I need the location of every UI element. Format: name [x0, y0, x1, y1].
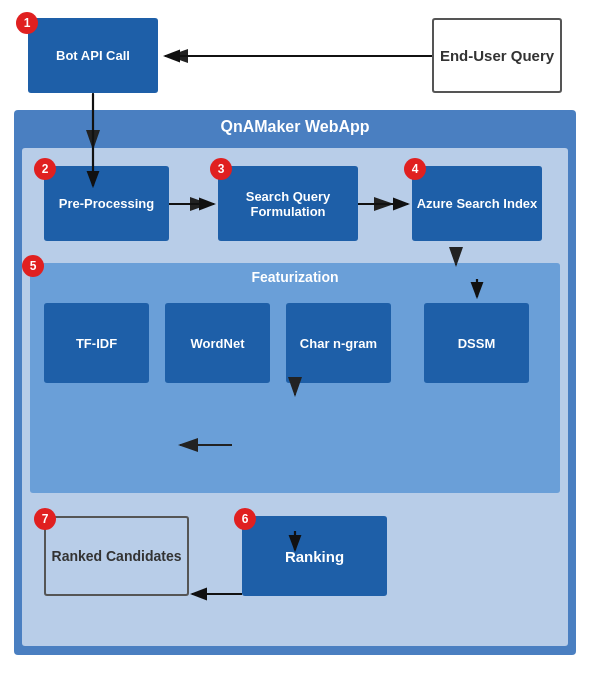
- badge-3: 3: [210, 158, 232, 180]
- azure-search-label: Azure Search Index: [417, 196, 538, 211]
- end-user-box: End-User Query: [432, 18, 562, 93]
- featurization-container: Featurization TF-IDF WordNet Char n-gram…: [30, 263, 560, 493]
- search-query-label: Search Query Formulation: [218, 189, 358, 219]
- bot-api-label: Bot API Call: [56, 48, 130, 63]
- ranking-box: Ranking: [242, 516, 387, 596]
- ranked-candidates-box: Ranked Candidates: [44, 516, 189, 596]
- dssm-label: DSSM: [458, 336, 496, 351]
- end-user-label: End-User Query: [440, 47, 554, 64]
- bot-api-box: Bot API Call: [28, 18, 158, 93]
- badge-6: 6: [234, 508, 256, 530]
- badge-1: 1: [16, 12, 38, 34]
- badge-5: 5: [22, 255, 44, 277]
- badge-2: 2: [34, 158, 56, 180]
- badge-7: 7: [34, 508, 56, 530]
- chargram-box: Char n-gram: [286, 303, 391, 383]
- dssm-box: DSSM: [424, 303, 529, 383]
- diagram-container: Bot API Call End-User Query 1 QnAMaker W…: [0, 0, 590, 683]
- preprocessing-box: Pre-Processing: [44, 166, 169, 241]
- tfidf-label: TF-IDF: [76, 336, 117, 351]
- inner-container: 2 Pre-Processing 3 Search Query Formulat…: [22, 148, 568, 646]
- qnamaker-webapp-container: QnAMaker WebApp 2 Pre-Processing 3 Searc…: [14, 110, 576, 655]
- badge-4: 4: [404, 158, 426, 180]
- wordnet-box: WordNet: [165, 303, 270, 383]
- azure-search-box: Azure Search Index: [412, 166, 542, 241]
- tfidf-box: TF-IDF: [44, 303, 149, 383]
- wordnet-label: WordNet: [191, 336, 245, 351]
- search-query-box: Search Query Formulation: [218, 166, 358, 241]
- qnamaker-title: QnAMaker WebApp: [14, 110, 576, 142]
- chargram-label: Char n-gram: [300, 336, 377, 351]
- ranking-label: Ranking: [285, 548, 344, 565]
- preprocessing-label: Pre-Processing: [59, 196, 154, 211]
- featurization-title: Featurization: [30, 263, 560, 293]
- ranked-candidates-label: Ranked Candidates: [52, 548, 182, 564]
